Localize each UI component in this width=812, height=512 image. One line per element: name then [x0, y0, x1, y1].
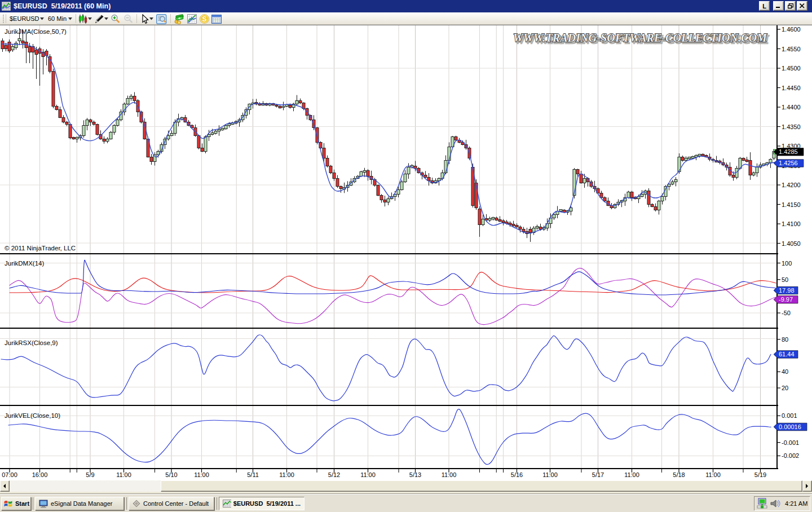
svg-text:5/10: 5/10: [165, 471, 177, 478]
svg-text:© 2011 NinjaTrader, LLC: © 2011 NinjaTrader, LLC: [5, 245, 76, 251]
svg-text:5/12: 5/12: [328, 471, 340, 478]
svg-text:1.4200: 1.4200: [782, 182, 801, 188]
svg-text:5/9: 5/9: [86, 471, 94, 478]
svg-text:1.4500: 1.4500: [782, 65, 801, 72]
svg-text:5/11: 5/11: [247, 471, 259, 478]
svg-text:5/19: 5/19: [754, 471, 766, 478]
svg-text:11:00: 11:00: [442, 471, 457, 478]
svg-text:1.4256: 1.4256: [779, 160, 798, 166]
svg-text:1.4100: 1.4100: [782, 220, 801, 227]
svg-text:5/16: 5/16: [511, 471, 523, 478]
svg-text:5/17: 5/17: [592, 471, 604, 478]
svg-text:S: S: [202, 15, 206, 23]
svg-text:40: 40: [782, 368, 788, 375]
svg-text:-9.97: -9.97: [779, 296, 793, 303]
svg-text:80: 80: [782, 336, 788, 343]
svg-text:1.4400: 1.4400: [782, 104, 801, 111]
svg-text:1.4285: 1.4285: [779, 148, 798, 155]
svg-text:1.4600: 1.4600: [782, 26, 801, 33]
svg-text:JurikVEL(Close,10): JurikVEL(Close,10): [5, 412, 60, 419]
svg-text:JurikDMX(14): JurikDMX(14): [5, 260, 44, 267]
svg-text:11:00: 11:00: [116, 471, 131, 478]
svg-text:11:00: 11:00: [360, 471, 376, 478]
svg-text:11:00: 11:00: [279, 471, 294, 478]
svg-text:5/18: 5/18: [673, 471, 685, 478]
svg-text:-50: -50: [782, 310, 791, 316]
svg-text:11:00: 11:00: [624, 471, 639, 478]
svg-text:1.4350: 1.4350: [782, 123, 801, 130]
svg-text:5/13: 5/13: [409, 471, 421, 478]
svg-text:WWW.TRADING-SOFTWARE-COLLECTIO: WWW.TRADING-SOFTWARE-COLLECTION.COM: [513, 31, 767, 45]
svg-text:50: 50: [782, 276, 788, 283]
svg-text:11:00: 11:00: [194, 471, 209, 478]
svg-text:0.00016: 0.00016: [779, 423, 801, 430]
svg-text:-0.001: -0.001: [782, 439, 799, 446]
svg-text:11:00: 11:00: [542, 471, 558, 478]
svg-text:61.44: 61.44: [779, 351, 795, 357]
svg-text:07:00: 07:00: [2, 471, 17, 478]
svg-text:JurikRSX(Close,9): JurikRSX(Close,9): [5, 339, 58, 346]
svg-text:1.4450: 1.4450: [782, 85, 801, 91]
svg-text:20: 20: [782, 385, 788, 391]
svg-text:100: 100: [782, 260, 792, 267]
svg-text:JurikJMA(Close,50,7): JurikJMA(Close,50,7): [5, 28, 67, 35]
svg-text:16:00: 16:00: [32, 471, 48, 478]
svg-text:1.4550: 1.4550: [782, 46, 801, 52]
svg-text:-0.002: -0.002: [782, 452, 799, 459]
svg-text:17.98: 17.98: [779, 287, 795, 294]
svg-text:0.001: 0.001: [782, 412, 797, 419]
svg-text:11:00: 11:00: [705, 471, 721, 478]
svg-text:1.4050: 1.4050: [782, 240, 801, 247]
svg-text:1.4150: 1.4150: [782, 201, 801, 208]
